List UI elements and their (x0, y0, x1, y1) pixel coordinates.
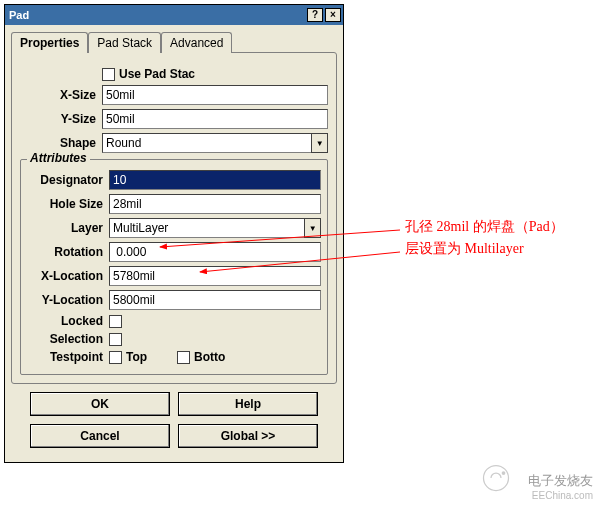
svg-point-3 (502, 471, 506, 475)
testpoint-bottom-checkbox[interactable] (177, 351, 190, 364)
layer-value[interactable] (109, 218, 304, 238)
watermark-icon (481, 463, 511, 493)
shape-label: Shape (20, 136, 102, 150)
pad-dialog: Pad ? × Properties Pad Stack Advanced Us… (4, 4, 344, 463)
ok-button[interactable]: OK (30, 392, 170, 416)
annotation-line1: 孔径 28mil 的焊盘（Pad） (405, 218, 564, 236)
help-button-main[interactable]: Help (178, 392, 318, 416)
shape-value[interactable] (102, 133, 311, 153)
shape-dropdown-icon[interactable]: ▼ (311, 133, 328, 153)
x-size-input[interactable] (102, 85, 328, 105)
rotation-label: Rotation (27, 245, 109, 259)
tab-advanced[interactable]: Advanced (161, 32, 232, 53)
watermark: 电子发烧友 EEChina.com (528, 472, 593, 501)
y-size-input[interactable] (102, 109, 328, 129)
titlebar[interactable]: Pad ? × (5, 5, 343, 25)
tab-strip: Properties Pad Stack Advanced (11, 32, 337, 53)
locked-label: Locked (27, 314, 109, 328)
svg-point-2 (484, 466, 509, 491)
testpoint-bottom-label: Botto (194, 350, 225, 364)
testpoint-top-checkbox[interactable] (109, 351, 122, 364)
shape-combo[interactable]: ▼ (102, 133, 328, 153)
y-size-label: Y-Size (20, 112, 102, 126)
locked-checkbox[interactable] (109, 315, 122, 328)
watermark-brand: 电子发烧友 (528, 472, 593, 490)
testpoint-top-label: Top (126, 350, 147, 364)
button-bar: OK Help Cancel Global >> (11, 384, 337, 456)
use-pad-stack-checkbox[interactable] (102, 68, 115, 81)
designator-input[interactable] (109, 170, 321, 190)
y-location-label: Y-Location (27, 293, 109, 307)
selection-label: Selection (27, 332, 109, 346)
layer-dropdown-icon[interactable]: ▼ (304, 218, 321, 238)
x-size-label: X-Size (20, 88, 102, 102)
y-location-input[interactable] (109, 290, 321, 310)
properties-panel: Use Pad Stac X-Size Y-Size Shape ▼ (11, 52, 337, 384)
layer-combo[interactable]: ▼ (109, 218, 321, 238)
x-location-input[interactable] (109, 266, 321, 286)
attributes-fieldset: Attributes Designator Hole Size Layer ▼ (20, 159, 328, 375)
rotation-input[interactable] (109, 242, 321, 262)
tab-pad-stack[interactable]: Pad Stack (88, 32, 161, 53)
hole-size-input[interactable] (109, 194, 321, 214)
help-button[interactable]: ? (307, 8, 323, 22)
testpoint-label: Testpoint (27, 350, 109, 364)
use-pad-stack-label: Use Pad Stac (119, 67, 195, 81)
close-button[interactable]: × (325, 8, 341, 22)
hole-size-label: Hole Size (27, 197, 109, 211)
selection-checkbox[interactable] (109, 333, 122, 346)
tab-properties[interactable]: Properties (11, 32, 88, 53)
x-location-label: X-Location (27, 269, 109, 283)
window-title: Pad (9, 9, 305, 21)
layer-label: Layer (27, 221, 109, 235)
annotation-line2: 层设置为 Multilayer (405, 240, 524, 258)
global-button[interactable]: Global >> (178, 424, 318, 448)
attributes-legend: Attributes (27, 151, 90, 165)
watermark-url: EEChina.com (528, 490, 593, 501)
designator-label: Designator (27, 173, 109, 187)
cancel-button[interactable]: Cancel (30, 424, 170, 448)
